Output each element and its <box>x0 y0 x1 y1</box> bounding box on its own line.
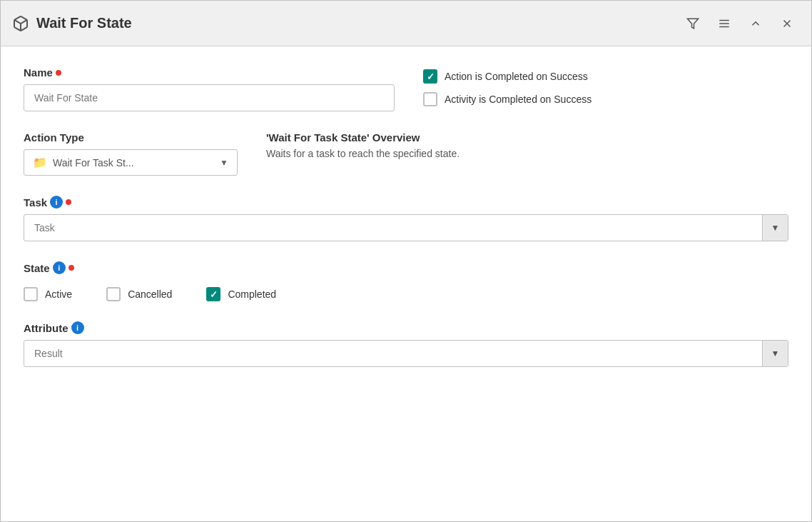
action-type-row: Action Type 📁 Wait For Task St... ▼ 'Wai… <box>24 131 788 176</box>
activity-completed-label: Activity is Completed on Success <box>445 94 592 105</box>
box-icon <box>12 15 29 32</box>
window-title: Wait For State <box>36 15 132 31</box>
overview-description: Waits for a task to reach the specified … <box>266 148 788 159</box>
state-group: State i Active Cancelled Completed <box>24 261 788 301</box>
main-window: Wait For State <box>0 0 812 522</box>
name-row: Name Action is Completed on Success Acti… <box>24 66 788 111</box>
action-type-label: Action Type <box>24 131 238 144</box>
title-bar: Wait For State <box>1 1 811 46</box>
filter-button[interactable] <box>680 11 706 36</box>
completed-label: Completed <box>228 288 276 300</box>
completed-checkbox[interactable] <box>206 287 220 301</box>
title-bar-actions <box>680 11 800 36</box>
attribute-label: Attribute i <box>24 321 788 334</box>
cancelled-label: Cancelled <box>128 288 172 300</box>
state-required-dot <box>68 265 74 271</box>
name-required-dot <box>56 70 61 76</box>
task-label: Task i <box>24 196 788 209</box>
overview-section: 'Wait For Task State' Overview Waits for… <box>266 131 788 159</box>
action-type-arrow: ▼ <box>220 158 228 168</box>
action-completed-checkbox-item[interactable]: Action is Completed on Success <box>423 69 592 84</box>
state-label: State i <box>24 261 788 274</box>
action-type-select[interactable]: 📁 Wait For Task St... ▼ <box>24 149 238 176</box>
attribute-input[interactable] <box>24 341 762 366</box>
attribute-group: Attribute i ▼ <box>24 321 788 367</box>
active-label: Active <box>45 288 72 300</box>
task-input[interactable] <box>24 215 762 241</box>
collapse-button[interactable] <box>743 11 768 36</box>
active-checkbox-item[interactable]: Active <box>24 287 72 301</box>
action-type-value: Wait For Task St... <box>53 157 214 169</box>
completed-checkbox-item[interactable]: Completed <box>206 287 276 301</box>
action-type-group: Action Type 📁 Wait For Task St... ▼ <box>24 131 238 176</box>
attribute-dropdown-button[interactable]: ▼ <box>762 341 788 366</box>
task-group: Task i ▼ <box>24 196 788 241</box>
action-type-icon: 📁 <box>33 156 47 169</box>
task-dropdown-container: ▼ <box>24 214 788 241</box>
name-input[interactable] <box>24 84 395 111</box>
active-checkbox[interactable] <box>24 287 38 301</box>
cancelled-checkbox-item[interactable]: Cancelled <box>106 287 172 301</box>
attribute-info-icon[interactable]: i <box>71 321 84 334</box>
activity-completed-checkbox-item[interactable]: Activity is Completed on Success <box>423 92 592 106</box>
state-info-icon[interactable]: i <box>53 261 66 274</box>
checkbox-section: Action is Completed on Success Activity … <box>423 66 592 111</box>
title-bar-left: Wait For State <box>12 15 680 32</box>
task-info-icon[interactable]: i <box>50 196 63 209</box>
attribute-dropdown-container: ▼ <box>24 340 788 367</box>
activity-completed-checkbox[interactable] <box>423 92 437 106</box>
task-required-dot <box>66 199 71 205</box>
action-completed-label: Action is Completed on Success <box>445 71 588 82</box>
main-content: Name Action is Completed on Success Acti… <box>1 46 811 521</box>
state-checkboxes: Active Cancelled Completed <box>24 287 788 301</box>
name-label: Name <box>24 66 395 79</box>
svg-marker-1 <box>688 19 699 29</box>
cancelled-checkbox[interactable] <box>106 287 121 301</box>
overview-title: 'Wait For Task State' Overview <box>266 131 788 144</box>
name-group: Name <box>24 66 395 111</box>
close-button[interactable] <box>774 11 800 36</box>
menu-button[interactable] <box>711 11 737 36</box>
action-completed-checkbox[interactable] <box>423 69 437 84</box>
task-dropdown-button[interactable]: ▼ <box>762 215 788 241</box>
